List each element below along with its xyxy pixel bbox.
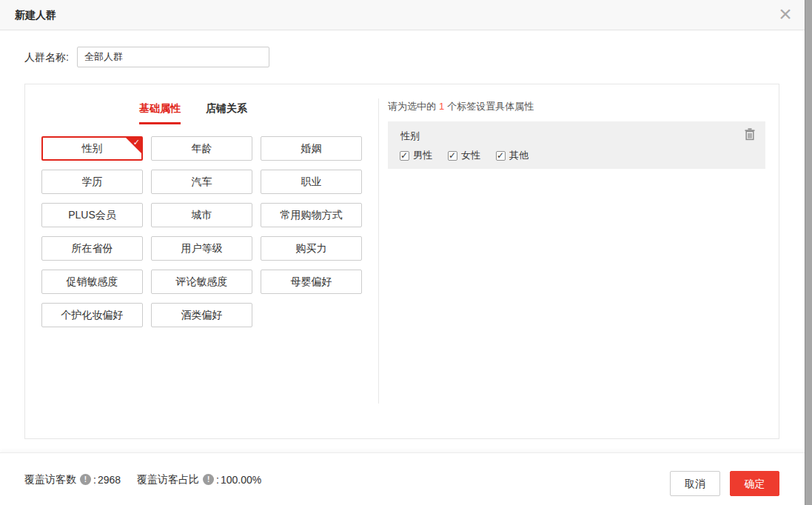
checkbox-other[interactable]: ✓ 其他 bbox=[496, 149, 529, 162]
confirm-button[interactable]: 确定 bbox=[730, 471, 779, 496]
settings-card-title: 性别 bbox=[400, 130, 420, 143]
cancel-button[interactable]: 取消 bbox=[670, 471, 720, 496]
checkbox-female[interactable]: ✓ 女性 bbox=[448, 149, 480, 162]
dialog-title: 新建人群 bbox=[15, 0, 56, 30]
attr-button-province[interactable]: 所在省份 bbox=[41, 236, 143, 261]
attr-button-personal-care[interactable]: 个护化妆偏好 bbox=[41, 303, 143, 327]
attr-button-plus-member[interactable]: PLUS会员 bbox=[41, 203, 143, 227]
checkbox-checked-icon[interactable]: ✓ bbox=[496, 151, 506, 161]
selected-check-icon: ✓ bbox=[133, 137, 140, 147]
stat-value: 2968 bbox=[98, 474, 121, 486]
attr-button-marriage[interactable]: 婚姻 bbox=[261, 136, 362, 161]
attribute-panel: 基础属性 店铺关系 性别 ✓ 年龄 婚姻 学历 汽车 职业 PLUS会员 城市 … bbox=[24, 84, 779, 439]
attr-button-review-sensitivity[interactable]: 评论敏感度 bbox=[151, 270, 252, 294]
covered-visitors-ratio-stat: 覆盖访客占比 ! : 100.00% bbox=[137, 473, 261, 486]
stat-value: 100.00% bbox=[221, 474, 261, 486]
attribute-button-grid: 性别 ✓ 年龄 婚姻 学历 汽车 职业 PLUS会员 城市 常用购物方式 所在省… bbox=[41, 136, 369, 327]
checkbox-male[interactable]: ✓ 男性 bbox=[400, 149, 432, 162]
checkbox-label: 男性 bbox=[413, 149, 432, 162]
scrollbar[interactable] bbox=[805, 0, 812, 505]
gender-options: ✓ 男性 ✓ 女性 ✓ 其他 bbox=[400, 149, 529, 162]
crowd-name-input[interactable] bbox=[77, 47, 269, 67]
info-icon[interactable]: ! bbox=[203, 474, 214, 485]
attr-button-label: 性别 bbox=[82, 142, 103, 154]
attr-button-age[interactable]: 年龄 bbox=[151, 136, 252, 161]
attr-button-alcohol[interactable]: 酒类偏好 bbox=[151, 303, 252, 327]
attr-button-occupation[interactable]: 职业 bbox=[261, 170, 362, 194]
close-icon[interactable]: × bbox=[772, 1, 799, 28]
checkbox-checked-icon[interactable]: ✓ bbox=[448, 151, 457, 161]
attr-button-education[interactable]: 学历 bbox=[41, 170, 143, 194]
dialog-header: 新建人群 × bbox=[0, 0, 805, 30]
attr-button-mother-baby[interactable]: 母婴偏好 bbox=[261, 270, 362, 294]
info-icon[interactable]: ! bbox=[80, 474, 91, 485]
coverage-stats: 覆盖访客数 ! : 2968 覆盖访客占比 ! : 100.00% bbox=[24, 453, 261, 505]
tab-store-relation[interactable]: 店铺关系 bbox=[206, 102, 247, 124]
crowd-name-label: 人群名称: bbox=[24, 51, 69, 64]
attr-button-promo-sensitivity[interactable]: 促销敏感度 bbox=[41, 270, 143, 294]
attr-button-gender[interactable]: 性别 ✓ bbox=[41, 136, 143, 161]
tab-bar: 基础属性 店铺关系 bbox=[139, 102, 247, 124]
attr-button-shopping-method[interactable]: 常用购物方式 bbox=[261, 203, 362, 227]
stat-label: 覆盖访客占比 bbox=[137, 473, 199, 486]
checkbox-label: 女性 bbox=[461, 149, 480, 162]
colon: : bbox=[93, 474, 96, 486]
attr-button-car[interactable]: 汽车 bbox=[151, 170, 252, 194]
stat-label: 覆盖访客数 bbox=[24, 473, 76, 486]
attr-button-city[interactable]: 城市 bbox=[151, 203, 252, 227]
settings-instruction: 请为选中的1个标签设置具体属性 bbox=[388, 100, 534, 113]
panel-divider bbox=[378, 98, 379, 404]
instruction-prefix: 请为选中的 bbox=[388, 101, 436, 112]
checkbox-checked-icon[interactable]: ✓ bbox=[400, 151, 409, 161]
instruction-suffix: 个标签设置具体属性 bbox=[447, 101, 534, 112]
selected-count: 1 bbox=[439, 101, 444, 112]
gender-settings-card: 性别 ✓ 男性 ✓ 女性 ✓ 其他 bbox=[388, 121, 765, 169]
trash-icon[interactable] bbox=[744, 127, 756, 141]
dialog-footer: 覆盖访客数 ! : 2968 覆盖访客占比 ! : 100.00% 取消 确定 bbox=[0, 452, 805, 505]
covered-visitors-stat: 覆盖访客数 ! : 2968 bbox=[24, 473, 121, 486]
new-crowd-dialog: 新建人群 × 人群名称: 基础属性 店铺关系 性别 ✓ 年龄 婚姻 学历 汽车 … bbox=[0, 0, 812, 505]
tab-basic-attributes[interactable]: 基础属性 bbox=[139, 102, 181, 124]
checkbox-label: 其他 bbox=[509, 149, 529, 162]
colon: : bbox=[216, 474, 219, 486]
attr-button-purchasing-power[interactable]: 购买力 bbox=[261, 236, 362, 261]
attr-button-user-level[interactable]: 用户等级 bbox=[151, 236, 252, 261]
